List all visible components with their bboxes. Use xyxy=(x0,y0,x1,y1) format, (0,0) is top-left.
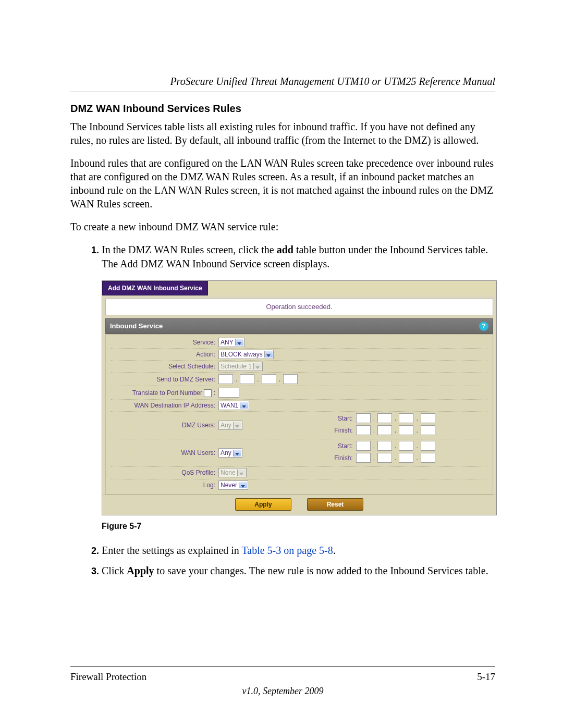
ip-octet[interactable] xyxy=(399,453,413,463)
body-paragraph: To create a new inbound DMZ WAN service … xyxy=(70,220,495,233)
ip-octet[interactable] xyxy=(399,441,413,451)
status-message: Operation succeeded. xyxy=(105,299,493,315)
ip-send-to-dmz-server[interactable]: . . . xyxy=(218,374,298,384)
numbered-steps: In the DMZ WAN Rules screen, click the a… xyxy=(70,243,495,578)
ip-octet[interactable] xyxy=(356,413,371,423)
select-wan-users[interactable]: Any xyxy=(218,449,242,457)
footer-left: Firewall Protection xyxy=(70,671,146,683)
label-translate-to-port: Translate to Port Number : xyxy=(111,389,218,397)
reset-button[interactable]: Reset xyxy=(307,498,363,511)
xref-table-5-3[interactable]: Table 5-3 on page 5-8 xyxy=(241,545,333,556)
ip-octet-2[interactable] xyxy=(240,374,254,384)
select-dmz-users: Any xyxy=(218,421,242,429)
apply-button[interactable]: Apply xyxy=(235,498,291,511)
ip-octet[interactable] xyxy=(356,441,371,451)
ip-octet[interactable] xyxy=(377,441,392,451)
step-2: Enter the settings as explained in Table… xyxy=(102,544,495,558)
step-text: Click xyxy=(102,565,127,576)
ip-wan-start[interactable]: . . . xyxy=(356,441,435,451)
ip-octet[interactable] xyxy=(421,425,435,435)
footer-right-page-number: 5-17 xyxy=(477,671,495,683)
ip-octet[interactable] xyxy=(421,441,435,451)
tab-strip: Add DMZ WAN Inbound Service xyxy=(102,281,496,295)
help-icon[interactable]: ? xyxy=(479,322,488,331)
header-rule xyxy=(70,92,495,92)
ip-octet[interactable] xyxy=(399,413,413,423)
ip-wan-finish[interactable]: . . . xyxy=(356,453,435,463)
page-footer: Firewall Protection 5-17 v1.0, September… xyxy=(70,667,495,697)
ip-dmz-finish[interactable]: . . . xyxy=(356,425,435,435)
step-text: In the DMZ WAN Rules screen, click the xyxy=(102,244,277,255)
step-text: Enter the settings as explained in xyxy=(102,545,241,556)
section-heading: DMZ WAN Inbound Services Rules xyxy=(70,103,495,115)
ip-octet[interactable] xyxy=(356,453,371,463)
body-paragraph: Inbound rules that are configured on the… xyxy=(70,156,495,211)
label-wan-finish: Finish: xyxy=(326,454,356,462)
select-service[interactable]: ANY xyxy=(218,338,244,347)
label-log: Log: xyxy=(111,481,218,489)
step-text: to save your changes. The new rule is no… xyxy=(154,565,488,576)
manual-page: ProSecure Unified Threat Management UTM1… xyxy=(0,0,563,728)
ip-octet[interactable] xyxy=(377,425,392,435)
label-dmz-finish: Finish: xyxy=(326,426,356,435)
select-wan-destination-ip[interactable]: WAN1 xyxy=(218,401,249,410)
ip-octet[interactable] xyxy=(421,413,435,423)
figure-caption: Figure 5-7 xyxy=(102,521,495,532)
select-schedule: Schedule 1 xyxy=(218,362,263,371)
select-log[interactable]: Never xyxy=(218,481,248,489)
ip-octet[interactable] xyxy=(377,453,392,463)
label-wan-destination-ip: WAN Destination IP Address: xyxy=(111,401,218,410)
label-send-to-dmz-server: Send to DMZ Server: xyxy=(111,375,218,384)
step-bold: add xyxy=(277,244,293,255)
label-dmz-start: Start: xyxy=(326,414,356,423)
step-bold: Apply xyxy=(127,565,154,576)
ip-octet[interactable] xyxy=(356,425,371,435)
body-paragraph: The Inbound Services table lists all exi… xyxy=(70,120,495,147)
label-service: Service: xyxy=(111,338,218,347)
label-action: Action: xyxy=(111,350,218,359)
ip-octet-1[interactable] xyxy=(218,374,233,384)
section-title: Inbound Service xyxy=(110,322,163,331)
select-qos-profile: None xyxy=(218,468,247,477)
form-area: Service: ANY Action: BLOCK always xyxy=(105,334,493,495)
ip-dmz-start[interactable]: . . . xyxy=(356,413,435,423)
add-dmz-wan-inbound-service-dialog: Add DMZ WAN Inbound Service Operation su… xyxy=(102,280,497,515)
ip-octet[interactable] xyxy=(421,453,435,463)
select-action[interactable]: BLOCK always xyxy=(218,350,274,359)
button-bar: Apply Reset xyxy=(102,495,496,515)
label-dmz-users: DMZ Users: xyxy=(111,421,218,429)
label-qos-profile: QoS Profile: xyxy=(111,468,218,477)
step-text: . xyxy=(333,545,336,556)
ip-octet[interactable] xyxy=(399,425,413,435)
section-header-inbound-service: Inbound Service ? xyxy=(105,318,493,334)
tab-add-dmz-wan-inbound-service[interactable]: Add DMZ WAN Inbound Service xyxy=(102,281,208,295)
label-select-schedule: Select Schedule: xyxy=(111,362,218,371)
label-wan-users: WAN Users: xyxy=(111,449,218,457)
footer-version: v1.0, September 2009 xyxy=(70,686,495,697)
ip-octet-4[interactable] xyxy=(283,374,298,384)
ip-octet[interactable] xyxy=(377,413,392,423)
input-translate-port[interactable] xyxy=(218,388,239,398)
ip-octet-3[interactable] xyxy=(262,374,276,384)
label-wan-start: Start: xyxy=(326,442,356,450)
step-1: In the DMZ WAN Rules screen, click the a… xyxy=(102,243,495,532)
running-header: ProSecure Unified Threat Management UTM1… xyxy=(70,76,495,88)
checkbox-translate-port[interactable] xyxy=(204,389,212,397)
step-3: Click Apply to save your changes. The ne… xyxy=(102,564,495,578)
